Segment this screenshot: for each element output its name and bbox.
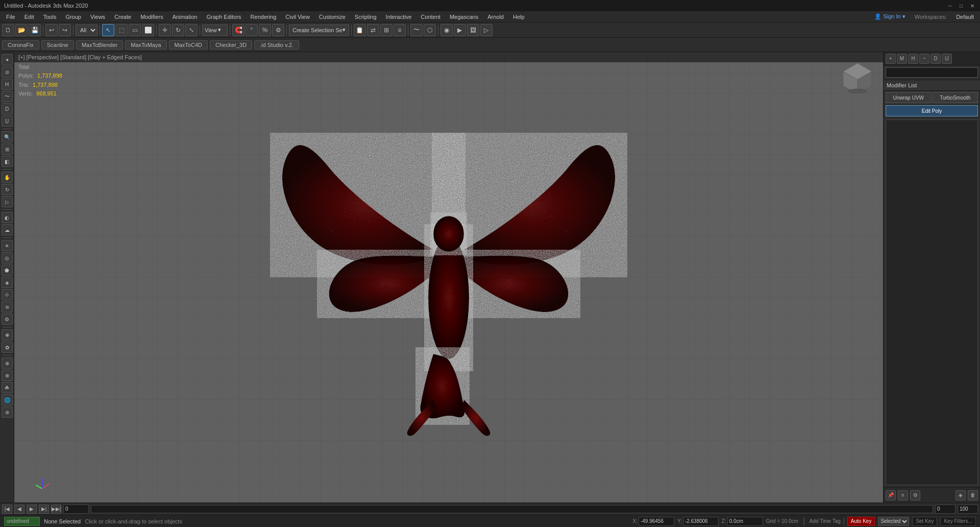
zoom-button[interactable]: 🔍 bbox=[2, 131, 13, 142]
xref-scene-button[interactable]: ✿ bbox=[2, 342, 13, 353]
menu-help[interactable]: Help bbox=[509, 13, 529, 21]
render-setup-button[interactable]: ▶ bbox=[454, 24, 466, 36]
extra-button4[interactable]: 🌐 bbox=[2, 394, 13, 405]
make-unique-button[interactable]: ◈ bbox=[955, 490, 966, 500]
timeline-start-input[interactable] bbox=[935, 505, 955, 514]
extra-button2[interactable]: ⊗ bbox=[2, 370, 13, 381]
extra-button5[interactable]: ⊛ bbox=[2, 406, 13, 418]
spacewarps-button[interactable]: ≋ bbox=[2, 301, 13, 313]
maxtoblender-tab[interactable]: MaxToBlender bbox=[76, 40, 123, 50]
align-button[interactable]: ⊞ bbox=[380, 24, 393, 36]
add-time-tag-button[interactable]: Add Time Tag bbox=[810, 518, 841, 524]
key-filters-button[interactable]: Key Filters... bbox=[940, 517, 976, 526]
open-file-button[interactable]: 📂 bbox=[15, 24, 28, 36]
select-move-button[interactable]: ✛ bbox=[159, 24, 171, 36]
view-dropdown[interactable]: View ▾ bbox=[202, 25, 228, 36]
modifier-search-input[interactable] bbox=[886, 67, 978, 78]
select-object-button[interactable]: ↖ bbox=[102, 24, 114, 36]
shapes-button[interactable]: ◈ bbox=[2, 277, 13, 288]
menu-interactive[interactable]: Interactive bbox=[382, 13, 416, 21]
new-scene-button[interactable]: 🗋 bbox=[2, 24, 14, 36]
spinner-snap-button[interactable]: ⚙ bbox=[272, 24, 284, 36]
menu-modifiers[interactable]: Modifiers bbox=[136, 13, 167, 21]
window-crossing-button[interactable]: ⬜ bbox=[142, 24, 154, 36]
create-selection-button[interactable]: Create Selection Se ▾ bbox=[289, 25, 349, 36]
menu-arnold[interactable]: Arnold bbox=[483, 13, 508, 21]
motion-tab[interactable]: ~ bbox=[919, 54, 929, 64]
timeline-prev-button[interactable]: ◀ bbox=[14, 505, 24, 514]
timeline-start-button[interactable]: |◀ bbox=[2, 505, 12, 514]
display-panel-button[interactable]: D bbox=[2, 103, 13, 114]
utilities-tab[interactable]: U bbox=[942, 54, 952, 64]
mirror-button[interactable]: ⇄ bbox=[367, 24, 379, 36]
menu-graph-editors[interactable]: Graph Editors bbox=[203, 13, 246, 21]
timeline-play-button[interactable]: ▶ bbox=[27, 505, 37, 514]
layer-manager-button[interactable]: ≡ bbox=[394, 24, 406, 36]
edit-poly-button[interactable]: Edit Poly bbox=[886, 105, 978, 116]
settings-icon-button[interactable]: ⚙ bbox=[910, 490, 920, 500]
arc-rotate-button[interactable]: ↻ bbox=[2, 184, 13, 195]
camera-button[interactable]: ◎ bbox=[2, 252, 13, 264]
timeline-end-button[interactable]: ▶▶| bbox=[51, 505, 61, 514]
maxtoc4d-tab[interactable]: MaxToC4D bbox=[169, 40, 208, 50]
coronafix-tab[interactable]: CoronaFix bbox=[2, 40, 39, 50]
checker3d-tab[interactable]: Checker_3D bbox=[210, 40, 252, 50]
modify-tab[interactable]: M bbox=[897, 54, 907, 64]
field-view-button[interactable]: ◧ bbox=[2, 156, 13, 167]
hierarchy-tab[interactable]: H bbox=[908, 54, 918, 64]
close-button[interactable]: ✕ bbox=[969, 2, 976, 9]
workspaces-default[interactable]: Default bbox=[952, 13, 978, 21]
menu-civil-view[interactable]: Civil View bbox=[281, 13, 313, 21]
schematic-view-button[interactable]: ⬡ bbox=[424, 24, 436, 36]
select-scale-button[interactable]: ⤡ bbox=[185, 24, 198, 36]
menu-group[interactable]: Group bbox=[61, 13, 85, 21]
modify-panel-button[interactable]: ⊘ bbox=[2, 66, 13, 78]
render-button[interactable]: ▷ bbox=[480, 24, 493, 36]
menu-file[interactable]: File bbox=[2, 13, 19, 21]
menu-tools[interactable]: Tools bbox=[39, 13, 61, 21]
hierarchy-panel-button[interactable]: H bbox=[2, 79, 13, 90]
zoom-all-button[interactable]: ⊞ bbox=[2, 143, 13, 155]
xref-objects-button[interactable]: ❋ bbox=[2, 329, 13, 341]
menu-edit[interactable]: Edit bbox=[20, 13, 38, 21]
angle-snap-button[interactable]: ° bbox=[246, 24, 258, 36]
extra-button1[interactable]: ⊕ bbox=[2, 357, 13, 369]
viewport[interactable]: [+] [Perspective] [Standard] [Clay + Edg… bbox=[14, 52, 883, 502]
helpers-button[interactable]: ☩ bbox=[2, 289, 13, 300]
set-key-button[interactable]: Set Key bbox=[912, 517, 937, 526]
selected-dropdown[interactable]: Selected bbox=[878, 517, 909, 526]
obj-paint-button[interactable]: ◐ bbox=[2, 212, 13, 223]
timeline-end-input[interactable] bbox=[958, 505, 978, 514]
maxtomaya-tab[interactable]: MaxToMaya bbox=[125, 40, 166, 50]
remove-modifier-button[interactable]: 🗑 bbox=[968, 490, 978, 500]
minimize-button[interactable]: ─ bbox=[946, 2, 953, 9]
geometry-button[interactable]: ⬟ bbox=[2, 265, 13, 276]
display-tab[interactable]: D bbox=[930, 54, 941, 64]
render-frame-button[interactable]: 🖼 bbox=[467, 24, 479, 36]
pin-stack-button[interactable]: 📌 bbox=[886, 490, 896, 500]
curve-editor-button[interactable]: 〜 bbox=[410, 24, 423, 36]
navigation-cube[interactable] bbox=[842, 62, 873, 93]
menu-create[interactable]: Create bbox=[110, 13, 135, 21]
undefined-label[interactable]: undefined bbox=[4, 517, 40, 526]
material-editor-button[interactable]: ◉ bbox=[440, 24, 453, 36]
menu-views[interactable]: Views bbox=[86, 13, 109, 21]
idstudio-tab[interactable]: .id Studio v.2. bbox=[254, 40, 299, 50]
menu-megascans[interactable]: Megascans bbox=[446, 13, 482, 21]
create-tab[interactable]: + bbox=[886, 54, 896, 64]
menu-rendering[interactable]: Rendering bbox=[247, 13, 281, 21]
select-region-button[interactable]: ⬚ bbox=[115, 24, 128, 36]
percent-snap-button[interactable]: % bbox=[259, 24, 271, 36]
show-all-button[interactable]: ≡ bbox=[898, 490, 908, 500]
motion-panel-button[interactable]: 〜 bbox=[2, 91, 13, 102]
named-selection-button[interactable]: 📋 bbox=[354, 24, 366, 36]
select-rotate-button[interactable]: ↻ bbox=[172, 24, 184, 36]
sign-in-button[interactable]: 👤 Sign In ▾ bbox=[870, 12, 909, 21]
timeline-track[interactable] bbox=[91, 505, 933, 513]
extra-button3[interactable]: ☘ bbox=[2, 382, 13, 393]
create-panel-button[interactable]: ✦ bbox=[2, 54, 13, 65]
light-button[interactable]: ☀ bbox=[2, 240, 13, 251]
menu-animation[interactable]: Animation bbox=[168, 13, 202, 21]
redo-button[interactable]: ↪ bbox=[59, 24, 71, 36]
menu-content[interactable]: Content bbox=[416, 13, 445, 21]
